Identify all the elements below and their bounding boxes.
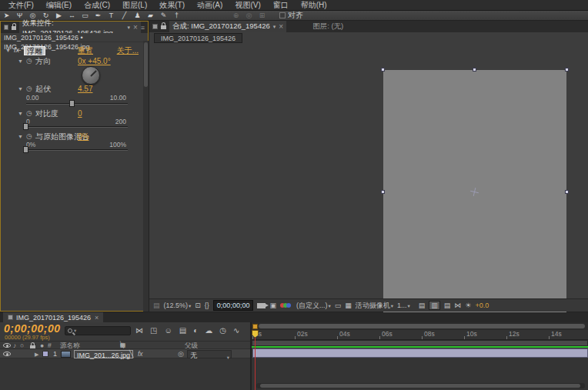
direction-value[interactable]: 0x +45.0° — [78, 56, 111, 66]
time-ruler[interactable]: 0s02s04s06s08s10s12s14s — [252, 330, 588, 340]
parent-dropdown-icon[interactable]: ▾ — [227, 352, 229, 362]
region-of-interest-icon[interactable]: ▭ — [335, 302, 342, 309]
selection-tool-icon[interactable]: ➤ — [0, 11, 13, 21]
horizontal-scrollbar[interactable] — [256, 383, 585, 388]
layer-name[interactable]: IMG_201...26.jpg — [74, 350, 133, 358]
contrast-disclosure-icon[interactable]: ▼ — [18, 108, 23, 118]
panel-chip-icon[interactable] — [4, 25, 8, 30]
navigator-thumb[interactable] — [259, 324, 585, 328]
handle-middle-left[interactable] — [381, 190, 385, 194]
shy-layers-icon[interactable]: ☺ — [164, 326, 172, 335]
tab-layer[interactable]: 图层: (无) — [309, 21, 346, 32]
eraser-tool-icon[interactable]: ▰ — [144, 11, 157, 21]
tab-timeline[interactable]: IMG_20170126_195426 × — [3, 312, 103, 322]
composition-viewer[interactable] — [149, 44, 588, 298]
transparency-grid-icon[interactable]: ▦ — [345, 302, 352, 309]
parent-pickwhip-icon[interactable]: ◎ — [178, 349, 184, 359]
direction-dial[interactable] — [82, 66, 100, 85]
magnification-select[interactable]: (12.5%)▾ — [164, 302, 192, 309]
puppet-pin-tool-icon[interactable]: † — [170, 11, 183, 21]
effect-disclosure-icon[interactable]: ▼ — [5, 45, 11, 55]
handle-top-center[interactable] — [473, 68, 476, 72]
view-layout-dropdown-icon[interactable]: ▾ — [408, 303, 410, 308]
layer-duration-bar[interactable] — [252, 348, 588, 358]
parent-select[interactable]: 无 ▾ — [187, 350, 232, 358]
panel-lock-icon[interactable] — [12, 26, 16, 30]
tab-dropdown-icon[interactable]: ▾ — [127, 25, 130, 31]
menu-item[interactable]: 效果(T) — [153, 0, 191, 10]
panel-chip-icon[interactable] — [152, 24, 158, 29]
handle-top-right[interactable] — [565, 68, 569, 72]
camera-dropdown-icon[interactable]: ▾ — [391, 303, 393, 308]
effect-name-input[interactable]: 浮雕 — [24, 46, 45, 55]
tab-close-icon[interactable]: × — [279, 23, 283, 30]
anchor-point-icon[interactable] — [470, 188, 479, 196]
menu-item[interactable]: 图层(L) — [116, 0, 153, 10]
comp-mini-flowchart-icon[interactable]: ⋈ — [135, 326, 143, 335]
mask-visibility-icon[interactable]: {} — [205, 302, 209, 309]
layer-label-color[interactable] — [42, 351, 48, 357]
roto-brush-tool-icon[interactable]: ✎ — [157, 11, 170, 21]
local-axis-mode-icon[interactable]: ⊕ — [229, 11, 242, 21]
channels-icon[interactable] — [280, 302, 292, 308]
menu-item[interactable]: 窗口 — [267, 0, 295, 10]
tab-dropdown-icon[interactable]: ▾ — [273, 24, 276, 30]
view-axis-mode-icon[interactable]: ⊞ — [256, 11, 269, 21]
menu-item[interactable]: 视图(V) — [229, 0, 266, 10]
blend-disclosure-icon[interactable]: ▼ — [18, 132, 23, 142]
menu-item[interactable]: 合成(C) — [78, 0, 116, 10]
viewer-options-icon[interactable]: ▤ — [153, 302, 160, 309]
contrast-slider[interactable] — [26, 126, 128, 128]
snap-checkbox[interactable] — [279, 12, 286, 18]
tab-composition[interactable]: 合成: IMG_20170126_195426 ▾ × — [169, 21, 286, 32]
graph-editor-icon[interactable]: ∿ — [233, 326, 239, 335]
relief-slider[interactable] — [26, 103, 128, 105]
video-column-icon[interactable] — [3, 343, 11, 348]
draft-3d-icon[interactable]: ◳ — [150, 326, 157, 335]
relief-value[interactable]: 4.57 — [78, 84, 92, 94]
menu-item[interactable]: 帮助(H) — [295, 0, 333, 10]
handle-top-left[interactable] — [381, 68, 385, 72]
show-snapshot-icon[interactable]: ▣ — [269, 302, 276, 309]
blend-slider-thumb[interactable] — [23, 146, 28, 153]
contrast-slider-thumb[interactable] — [23, 123, 28, 130]
viewer-timecode[interactable]: 0;00;00;00 — [213, 300, 254, 311]
snapshot-camera-icon[interactable] — [257, 303, 266, 308]
panel-lock-icon[interactable] — [161, 25, 166, 29]
clone-stamp-tool-icon[interactable]: ♟ — [131, 11, 144, 21]
tab-effect-controls[interactable]: 效果控件: IMG_20170126_195426.jpg ▾ × — [19, 22, 141, 33]
current-time-display[interactable]: 0;00;00;00 — [4, 322, 61, 335]
relief-disclosure-icon[interactable]: ▼ — [18, 84, 23, 94]
adjust-exposure-icon[interactable]: ☀ — [465, 302, 471, 309]
tab-close-icon[interactable]: × — [95, 314, 99, 322]
reset-button[interactable]: 重置 — [78, 45, 93, 55]
layer-quality-icon[interactable]: ╲ — [129, 349, 133, 359]
blend-value[interactable]: 0% — [78, 132, 89, 142]
mini-flowchart-icon[interactable]: ⋈ — [454, 302, 461, 309]
viewer-tab[interactable]: IMG_20170126_195426 — [154, 33, 242, 43]
tab-close-icon[interactable]: × — [133, 24, 138, 31]
contrast-value[interactable]: 0 — [78, 108, 82, 118]
work-area-marker[interactable] — [252, 324, 258, 329]
about-button[interactable]: 关于... — [117, 45, 139, 55]
magnification-dropdown-icon[interactable]: ▾ — [189, 303, 191, 308]
time-navigator[interactable] — [252, 322, 588, 330]
layer-expand-icon[interactable]: ▶ — [35, 349, 38, 359]
pixel-aspect-correction-icon[interactable]: ▥ — [429, 301, 440, 310]
resolution-select[interactable]: (自定义...)▾ — [296, 301, 331, 311]
direction-disclosure-icon[interactable]: ▼ — [18, 56, 23, 66]
work-area-bar[interactable] — [252, 340, 588, 346]
handle-middle-right[interactable] — [565, 190, 569, 194]
layer-fx-icon[interactable]: fx — [138, 349, 143, 359]
fx-badge-icon[interactable]: fx — [14, 45, 19, 55]
menu-item[interactable]: 动画(A) — [191, 0, 229, 10]
layer-row[interactable]: ▶ 1 IMG_201...26.jpg ╲ fx ◎ 无 ▾ — [0, 348, 250, 358]
direction-stopwatch-icon[interactable]: ◷ — [26, 56, 32, 66]
auto-keyframe-icon[interactable]: ◷ — [219, 326, 226, 335]
timeline-search-input[interactable]: ▾ — [65, 326, 131, 335]
fast-previews-icon[interactable]: ▤ — [444, 302, 451, 309]
motion-blur-icon[interactable]: ◐ — [193, 326, 198, 335]
camera-select[interactable]: 活动摄像机▾ — [356, 301, 393, 311]
resolution-dropdown-icon[interactable]: ▾ — [328, 303, 330, 308]
frame-blending-icon[interactable]: ▤ — [179, 326, 186, 335]
